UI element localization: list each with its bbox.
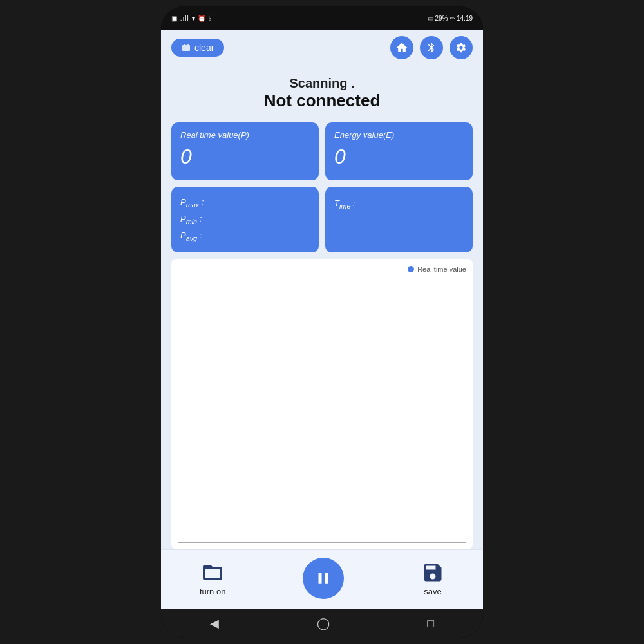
turn-on-button[interactable]: turn on (200, 561, 225, 596)
app-content: clear (161, 30, 483, 609)
home-nav-icon[interactable]: ◯ (317, 616, 330, 630)
clear-button[interactable]: clear (171, 39, 224, 57)
legend-label: Real time value (417, 265, 466, 273)
recents-nav-icon[interactable]: □ (427, 617, 434, 630)
clear-icon (182, 43, 191, 52)
energy-title: Energy value(E) (334, 130, 464, 140)
time-content: Time : (334, 196, 355, 213)
real-time-value: 0 (180, 145, 310, 169)
chart-area (178, 277, 466, 543)
stats-cards-row: Pmax : Pmin : Pavg : Time : (171, 187, 473, 252)
pmax-label: Pmax : (180, 194, 310, 211)
scanning-section: Scanning . Not connected (171, 66, 473, 116)
home-button[interactable] (390, 36, 413, 59)
back-nav-icon[interactable]: ◀ (210, 616, 219, 630)
scanning-text: Scanning . (171, 76, 473, 91)
status-icons-left: ▣ .ıll ▾ ⏰ ♭ (171, 15, 213, 22)
nav-bar: ◀ ◯ □ (161, 609, 483, 638)
not-connected-text: Not connected (171, 91, 473, 111)
bluetooth-icon (426, 42, 437, 53)
toolbar-icons (390, 36, 473, 59)
pause-button[interactable] (303, 558, 344, 599)
status-left: ▣ .ıll ▾ ⏰ ♭ (171, 15, 213, 22)
energy-value: 0 (334, 145, 464, 169)
bottom-bar: turn on save (161, 549, 483, 609)
pause-icon (314, 569, 333, 588)
status-bar: ▣ .ıll ▾ ⏰ ♭ ▭ 29% ✏ 14:19 (161, 6, 483, 30)
real-time-card: Real time value(P) 0 (171, 122, 319, 180)
svg-rect-0 (182, 45, 190, 51)
main-area: Scanning . Not connected Real time value… (161, 66, 483, 549)
time-label: Time : (334, 196, 355, 213)
pmin-label: Pmin : (180, 211, 310, 228)
time-card: Time : (325, 187, 473, 252)
real-time-title: Real time value(P) (180, 130, 310, 140)
stats-card: Pmax : Pmin : Pavg : (171, 187, 319, 252)
chart-legend: Real time value (178, 265, 466, 273)
phone-container: ▣ .ıll ▾ ⏰ ♭ ▭ 29% ✏ 14:19 clear (161, 6, 483, 638)
clear-label: clear (194, 43, 214, 53)
folder-icon (201, 561, 224, 584)
status-icons-right: ▭ 29% ✏ 14:19 (428, 15, 473, 22)
toolbar: clear (161, 30, 483, 66)
bluetooth-button[interactable] (420, 36, 443, 59)
energy-card: Energy value(E) 0 (325, 122, 473, 180)
save-button[interactable]: save (421, 561, 444, 596)
settings-button[interactable] (450, 36, 473, 59)
pavg-label: Pavg : (180, 228, 310, 245)
save-label: save (424, 587, 441, 596)
settings-icon (455, 42, 467, 53)
chart-container: Real time value (171, 259, 473, 549)
turn-on-label: turn on (200, 587, 225, 596)
stats-content: Pmax : Pmin : Pavg : (180, 194, 310, 245)
home-icon (395, 41, 408, 54)
status-right: ▭ 29% ✏ 14:19 (428, 15, 473, 22)
top-cards-row: Real time value(P) 0 Energy value(E) 0 (171, 122, 473, 180)
save-icon (421, 561, 444, 584)
legend-dot (408, 266, 414, 272)
